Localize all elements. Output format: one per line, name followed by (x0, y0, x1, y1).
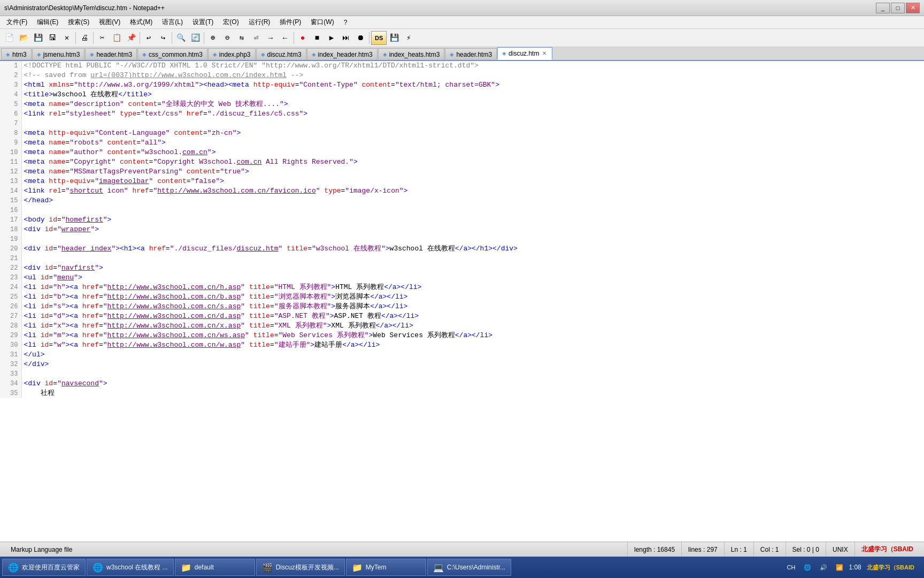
line-content[interactable]: <meta name="author" content="w3school.co… (21, 148, 924, 157)
line-content[interactable]: <div id="navsecond"> (21, 379, 924, 389)
line-content[interactable] (21, 369, 924, 379)
menu-format[interactable]: 格式(M) (126, 17, 157, 28)
menu-macro[interactable]: 宏(O) (219, 17, 243, 28)
ds-button[interactable]: DS (371, 31, 387, 45)
line-content[interactable] (21, 119, 924, 128)
line-content[interactable]: <li id="m"><a href="http://www.w3school.… (21, 331, 924, 340)
tab-css-common[interactable]: ◈ css_common.htm3 (137, 48, 207, 60)
outdent-button[interactable]: ← (278, 31, 292, 45)
line-content[interactable]: <div id="header_index"><h1><a href="./di… (21, 244, 924, 254)
maximize-button[interactable]: □ (891, 3, 905, 13)
taskbar-item-mytem[interactable]: 📁 MyTem (346, 559, 426, 576)
new-button[interactable]: 📄 (2, 31, 16, 45)
line-content[interactable]: <div id="wrapper"> (21, 225, 924, 234)
wrap-button[interactable]: ⏎ (249, 31, 263, 45)
tab-index-heats[interactable]: ◈ index_heats.htm3 (378, 48, 445, 60)
line-content[interactable]: <!-- saved from url=(0037)http://www.w3s… (21, 71, 924, 80)
tab-header-htm3[interactable]: ◈ header.htm3 (85, 48, 137, 60)
tab-index-header[interactable]: ◈ index_header.htm3 (307, 48, 378, 60)
line-content[interactable]: <li id="w"><a href="http://www.w3school.… (21, 340, 924, 350)
line-content[interactable]: </head> (21, 196, 924, 206)
minimize-button[interactable]: _ (876, 3, 890, 13)
menu-window[interactable]: 窗口(W) (306, 17, 338, 28)
tb-extra2[interactable]: ⚡ (402, 31, 415, 45)
line-content[interactable] (21, 206, 924, 215)
line-content[interactable]: <link rel="stylesheet" type="text/css" h… (21, 109, 924, 119)
menu-run[interactable]: 运行(R) (244, 17, 275, 28)
menu-edit[interactable]: 编辑(E) (33, 17, 63, 28)
print-button[interactable]: 🖨 (78, 31, 91, 45)
replace-button[interactable]: 🔄 (188, 31, 202, 45)
paste-button[interactable]: 📌 (124, 31, 138, 45)
line-content[interactable]: </ul> (21, 350, 924, 360)
macro-play-button[interactable]: ▶ (325, 31, 338, 45)
line-content[interactable]: <title>w3school 在线教程</title> (21, 90, 924, 100)
line-content[interactable]: <body id="homefirst"> (21, 215, 924, 225)
line-content[interactable]: <meta name="MSSmartTagsPreventParsing" c… (21, 167, 924, 177)
menu-settings[interactable]: 设置(T) (188, 17, 218, 28)
undo-button[interactable]: ↩ (142, 31, 156, 45)
macro-record-button[interactable]: ● (296, 31, 310, 45)
tab-label: css_common.htm3 (149, 51, 203, 58)
sync-button[interactable]: ⇆ (235, 31, 249, 45)
menu-view[interactable]: 视图(V) (95, 17, 125, 28)
close-button[interactable]: ✕ (906, 3, 920, 13)
macro-save-button[interactable]: ⏺ (353, 31, 367, 45)
tab-htm3[interactable]: ◈ htm3 (1, 48, 32, 60)
indent-button[interactable]: → (264, 31, 278, 45)
macro-step-button[interactable]: ⏭ (339, 31, 353, 45)
menu-search[interactable]: 搜索(S) (64, 17, 94, 28)
line-content[interactable]: <li id="s"><a href="http://www.w3school.… (21, 302, 924, 311)
save-button[interactable]: 💾 (31, 31, 45, 45)
taskbar-item-default[interactable]: 📁 default (175, 559, 255, 576)
menu-language[interactable]: 语言(L) (158, 17, 187, 28)
tab-close-icon[interactable]: ✕ (541, 50, 548, 57)
taskbar-item-baidu[interactable]: 🌐 欢迎使用百度云管家 (2, 559, 86, 576)
line-content[interactable]: <li id="x"><a href="http://www.w3school.… (21, 321, 924, 331)
open-button[interactable]: 📂 (17, 31, 30, 45)
tab-index-php[interactable]: ◈ index.php3 (208, 48, 256, 60)
line-content[interactable] (21, 234, 924, 244)
tab-discuz-htm-active[interactable]: ◈ discuz.htm ✕ (497, 47, 552, 60)
find-button[interactable]: 🔍 (174, 31, 188, 45)
redo-button[interactable]: ↪ (156, 31, 170, 45)
taskbar-item-users[interactable]: 💻 C:\Users\Administr... (427, 559, 511, 576)
line-content[interactable]: <link rel="shortcut icon" href="http://w… (21, 186, 924, 196)
tab-discuz-htm3[interactable]: ◈ discuz.htm3 (256, 48, 306, 60)
line-content[interactable]: <li id="h"><a href="http://www.w3school.… (21, 283, 924, 292)
status-ln: Ln : 1 (725, 542, 754, 557)
line-content[interactable]: <meta name="Copyright" content="Copyrigh… (21, 157, 924, 167)
tray-ch[interactable]: CH (784, 564, 799, 571)
line-content[interactable]: <li id="d"><a href="http://www.w3school.… (21, 311, 924, 321)
tray-ime[interactable]: 🌐 (800, 564, 814, 571)
line-content[interactable]: <ul id="menu"> (21, 273, 924, 283)
line-content[interactable]: </div> (21, 360, 924, 369)
line-content[interactable]: <meta http-equiv="Content-Language" cont… (21, 128, 924, 138)
cut-button[interactable]: ✂ (95, 31, 109, 45)
taskbar-item-w3school[interactable]: 🌐 w3school 在线教程 ... (87, 559, 174, 576)
close-button2[interactable]: ✕ (60, 31, 74, 45)
line-content[interactable]: 社程 (21, 389, 924, 398)
line-content[interactable]: <!DOCTYPE html PUBLIC "-//W3C//DTD XHTML… (21, 61, 924, 71)
tb-extra1[interactable]: 💾 (387, 31, 401, 45)
line-content[interactable]: <html xmlns="http://www.w3.org/1999/xhtm… (21, 80, 924, 90)
tab-jsmenu[interactable]: ◈ jsmenu.htm3 (32, 48, 85, 60)
copy-button[interactable]: 📋 (110, 31, 124, 45)
line-content[interactable]: <meta name="description" content="全球最大的中… (21, 100, 924, 109)
taskbar-item-discuz-video[interactable]: 🎬 Discuz模板开发视频... (256, 559, 345, 576)
menu-file[interactable]: 文件(F) (2, 17, 32, 28)
line-content[interactable]: <div id="navfirst"> (21, 263, 924, 273)
tray-network[interactable]: 📶 (833, 564, 846, 571)
line-content[interactable]: <li id="b"><a href="http://www.w3school.… (21, 292, 924, 302)
save-all-button[interactable]: 🖫 (45, 31, 59, 45)
menu-help[interactable]: ? (340, 18, 352, 27)
macro-stop-button[interactable]: ■ (310, 31, 324, 45)
tray-sound[interactable]: 🔊 (817, 564, 830, 571)
line-content[interactable]: <meta name="robots" content="all"> (21, 138, 924, 148)
tab-header-htm[interactable]: ◈ header.htm3 (445, 48, 497, 60)
line-content[interactable] (21, 254, 924, 263)
zoom-out-button[interactable]: ⊖ (220, 31, 234, 45)
line-content[interactable]: <meta http-equiv="imagetoolbar" content=… (21, 177, 924, 186)
zoom-in-button[interactable]: ⊕ (206, 31, 220, 45)
menu-plugins[interactable]: 插件(P) (275, 17, 305, 28)
